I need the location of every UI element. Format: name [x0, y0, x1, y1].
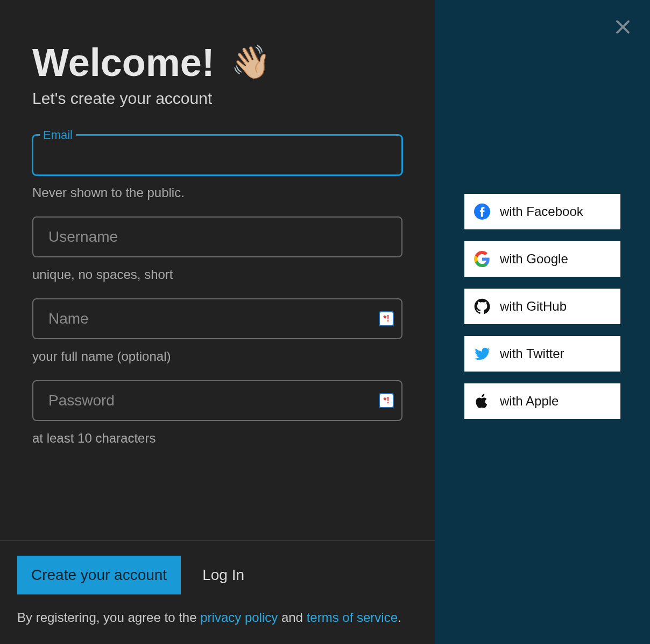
- legal-suffix: .: [398, 610, 401, 625]
- password-field[interactable]: [32, 380, 402, 421]
- google-label: with Google: [500, 251, 568, 267]
- password-hint: at least 10 characters: [32, 431, 402, 446]
- actions-bar: Create your account Log In By registerin…: [0, 540, 435, 644]
- apple-label: with Apple: [500, 394, 559, 409]
- google-icon: [474, 251, 490, 267]
- username-field[interactable]: [32, 216, 402, 257]
- login-apple-button[interactable]: with Apple: [464, 383, 620, 419]
- page-title: Welcome!: [32, 43, 215, 82]
- github-icon: [474, 298, 490, 314]
- facebook-icon: [474, 204, 490, 220]
- legal-text: By registering, you agree to the privacy…: [17, 608, 418, 627]
- login-google-button[interactable]: with Google: [464, 241, 620, 277]
- login-button[interactable]: Log In: [202, 566, 244, 584]
- facebook-label: with Facebook: [500, 204, 583, 219]
- left-panel: Welcome! 👋🏼 Let's create your account Em…: [0, 0, 435, 644]
- create-account-button[interactable]: Create your account: [17, 556, 181, 594]
- legal-middle: and: [278, 610, 306, 625]
- autofill-icon: *!: [379, 393, 394, 408]
- name-hint: your full name (optional): [32, 349, 402, 364]
- apple-icon: [474, 393, 490, 409]
- wave-icon: 👋🏼: [231, 46, 271, 79]
- email-hint: Never shown to the public.: [32, 185, 402, 200]
- autofill-icon: *!: [379, 311, 394, 326]
- privacy-policy-link[interactable]: privacy policy: [200, 610, 278, 625]
- terms-of-service-link[interactable]: terms of service: [307, 610, 398, 625]
- login-github-button[interactable]: with GitHub: [464, 289, 620, 324]
- twitter-icon: [474, 346, 490, 362]
- heading-row: Welcome! 👋🏼: [32, 43, 402, 82]
- username-group: unique, no spaces, short: [32, 216, 402, 282]
- close-button[interactable]: [612, 16, 634, 38]
- right-panel: with Facebook with Google with GitHub wi…: [435, 0, 650, 644]
- login-facebook-button[interactable]: with Facebook: [464, 194, 620, 229]
- form-area: Welcome! 👋🏼 Let's create your account Em…: [0, 0, 435, 540]
- github-label: with GitHub: [500, 299, 567, 314]
- password-group: *! at least 10 characters: [32, 380, 402, 446]
- social-login-stack: with Facebook with Google with GitHub wi…: [464, 194, 620, 419]
- username-hint: unique, no spaces, short: [32, 267, 402, 282]
- name-field[interactable]: [32, 298, 402, 339]
- button-row: Create your account Log In: [17, 556, 418, 594]
- login-twitter-button[interactable]: with Twitter: [464, 336, 620, 372]
- signup-modal: Welcome! 👋🏼 Let's create your account Em…: [0, 0, 650, 644]
- email-field[interactable]: [32, 135, 402, 176]
- email-group: Email Never shown to the public.: [32, 135, 402, 200]
- legal-prefix: By registering, you agree to the: [17, 610, 200, 625]
- twitter-label: with Twitter: [500, 346, 564, 361]
- email-label: Email: [40, 128, 76, 142]
- page-subtitle: Let's create your account: [32, 89, 402, 108]
- close-icon: [612, 16, 634, 38]
- name-group: *! your full name (optional): [32, 298, 402, 364]
